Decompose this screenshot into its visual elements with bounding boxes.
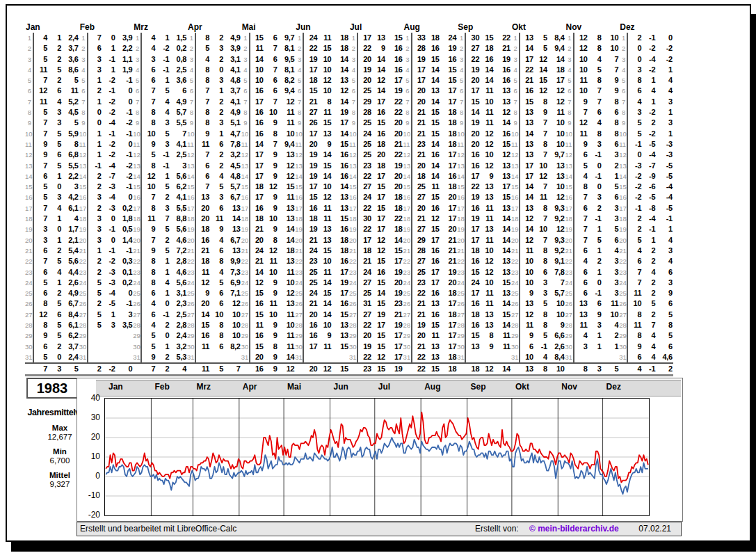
min-cell[interactable]: 5 <box>48 330 62 341</box>
day-number-cell[interactable]: 30 <box>133 342 142 352</box>
mittel-cell[interactable]: 5,7 <box>170 107 187 118</box>
day-number-cell[interactable]: 6 <box>511 86 520 96</box>
min-cell[interactable]: 5 <box>534 330 548 341</box>
mittel-cell[interactable]: 6 <box>602 139 620 150</box>
day-number-cell[interactable]: 4 <box>565 65 574 75</box>
day-number-cell[interactable]: 18 <box>241 214 250 224</box>
max-cell[interactable]: 8 <box>34 320 48 330</box>
min-cell[interactable]: 3 <box>48 192 62 202</box>
max-cell[interactable]: 16 <box>466 320 480 330</box>
min-cell[interactable]: 8 <box>534 320 548 330</box>
min-cell[interactable]: 14 <box>372 54 386 65</box>
day-number-cell[interactable]: 28 <box>565 320 574 330</box>
max-cell[interactable]: 12 <box>520 235 534 246</box>
min-cell[interactable]: 9 <box>318 139 332 150</box>
max-cell[interactable]: 8 <box>628 75 642 86</box>
mittel-cell[interactable]: 3,9 <box>116 33 134 43</box>
max-cell[interactable]: 19 <box>358 65 372 75</box>
mittel-cell[interactable]: 3 <box>170 161 187 171</box>
mittel-cell[interactable]: 15 <box>386 33 403 43</box>
max-cell[interactable]: 8 <box>196 118 210 128</box>
day-number-cell[interactable]: 13 <box>187 161 196 171</box>
day-number-cell[interactable]: 13 <box>349 161 358 171</box>
max-cell[interactable]: 24 <box>304 33 318 43</box>
mittel-cell[interactable]: 5,7 <box>224 182 241 192</box>
day-number-cell[interactable]: 5 <box>403 75 412 86</box>
min-cell[interactable]: 14 <box>318 298 332 309</box>
min-cell[interactable]: 6 <box>588 107 602 118</box>
min-cell[interactable]: 9 <box>318 330 332 341</box>
min-cell[interactable]: 7 <box>588 86 602 96</box>
mittel-cell[interactable]: 3 <box>602 278 620 288</box>
day-number-cell[interactable]: 17 <box>349 203 358 214</box>
max-cell[interactable]: 9 <box>142 224 156 234</box>
max-cell[interactable]: -3 <box>628 161 642 171</box>
mittel-cell[interactable]: 4,6 <box>170 267 187 278</box>
max-cell[interactable]: 2 <box>628 214 642 224</box>
max-cell[interactable]: 7 <box>34 161 48 171</box>
day-number-cell[interactable]: 2 <box>457 43 466 54</box>
day-number-cell[interactable]: 15 <box>511 182 520 192</box>
mittel-cell[interactable]: 3 <box>656 118 673 128</box>
min-cell[interactable]: 12 <box>480 139 494 150</box>
day-number-cell[interactable]: 26 <box>25 298 34 309</box>
mittel-cell[interactable]: 20 <box>386 118 403 128</box>
min-cell[interactable]: -5 <box>642 192 656 202</box>
max-cell[interactable]: 7 <box>142 86 156 96</box>
mittel-cell[interactable]: 4 <box>62 214 79 224</box>
max-cell[interactable]: 1 <box>88 129 102 139</box>
mittel-cell[interactable]: 3,2 <box>170 342 187 352</box>
month-mean-value[interactable]: 12 <box>278 364 296 374</box>
max-cell[interactable]: 22 <box>358 43 372 54</box>
max-cell[interactable]: 15 <box>250 342 264 352</box>
mittel-cell[interactable]: -4 <box>656 182 673 192</box>
mittel-cell[interactable]: 17 <box>440 161 458 171</box>
mittel-cell[interactable]: 13 <box>332 192 349 202</box>
min-cell[interactable]: 1 <box>156 342 170 352</box>
day-number-cell[interactable]: 21 <box>619 246 628 256</box>
max-cell[interactable]: 13 <box>574 298 588 309</box>
mittel-cell[interactable]: 8,4 <box>548 352 565 362</box>
min-cell[interactable]: 15 <box>318 43 332 54</box>
min-cell[interactable]: 1 <box>156 288 170 298</box>
max-cell[interactable]: 3 <box>88 192 102 202</box>
min-cell[interactable]: 4 <box>642 86 656 96</box>
min-cell[interactable]: -1 <box>588 150 602 160</box>
day-number-cell[interactable]: 19 <box>241 224 250 234</box>
min-cell[interactable]: 6 <box>210 203 224 214</box>
min-cell[interactable]: 6 <box>48 150 62 160</box>
max-cell[interactable]: 7 <box>196 150 210 160</box>
min-cell[interactable]: -7 <box>642 161 656 171</box>
max-cell[interactable]: 21 <box>196 246 210 256</box>
day-number-cell[interactable]: 4 <box>295 65 304 75</box>
min-cell[interactable]: 8 <box>534 310 548 320</box>
mittel-cell[interactable] <box>116 342 134 352</box>
min-cell[interactable]: 6 <box>264 86 278 96</box>
min-cell[interactable]: 1 <box>102 310 116 320</box>
max-cell[interactable]: 21 <box>412 310 426 320</box>
day-number-cell[interactable]: 31 <box>349 352 358 362</box>
day-number-cell[interactable]: 30 <box>511 342 520 352</box>
max-cell[interactable]: 7 <box>574 235 588 246</box>
mittel-cell[interactable]: 2,6 <box>62 278 79 288</box>
day-number-cell[interactable]: 11 <box>79 139 88 150</box>
mittel-cell[interactable]: -2 <box>116 161 134 171</box>
mittel-cell[interactable]: 13 <box>494 267 511 278</box>
max-cell[interactable]: 6 <box>574 288 588 298</box>
max-cell[interactable]: 14 <box>520 192 534 202</box>
day-number-cell[interactable]: 15 <box>403 182 412 192</box>
day-number-cell[interactable]: 7 <box>295 97 304 107</box>
day-number-cell[interactable]: 7 <box>241 97 250 107</box>
mittel-cell[interactable]: 19 <box>386 320 403 330</box>
mittel-cell[interactable]: 11 <box>494 330 511 341</box>
min-cell[interactable]: 9 <box>264 161 278 171</box>
min-cell[interactable]: 6 <box>264 33 278 43</box>
max-cell[interactable]: 22 <box>412 352 426 362</box>
max-cell[interactable]: 1 <box>88 97 102 107</box>
min-cell[interactable]: 15 <box>426 54 440 65</box>
min-cell[interactable]: 6 <box>210 139 224 150</box>
mittel-cell[interactable]: 14 <box>494 118 511 128</box>
mittel-cell[interactable]: 4,5 <box>62 107 79 118</box>
mittel-cell[interactable]: 3 <box>656 246 673 256</box>
mittel-cell[interactable]: 9,2 <box>548 214 565 224</box>
